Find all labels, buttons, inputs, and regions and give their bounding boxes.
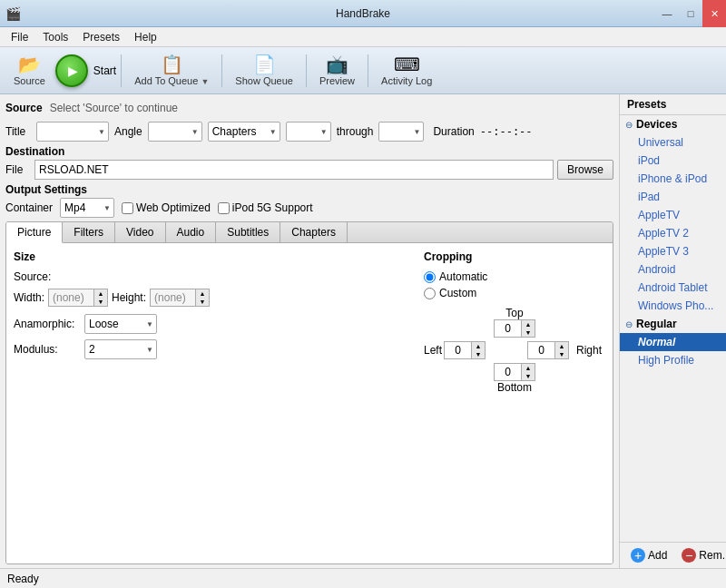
minimize-button[interactable]: —: [655, 0, 679, 27]
add-queue-dropdown-icon: ▼: [201, 77, 209, 86]
menu-presets[interactable]: Presets: [75, 29, 127, 45]
width-input[interactable]: [48, 289, 93, 307]
show-queue-button[interactable]: 📄 Show Queue: [227, 51, 301, 91]
ipod-support-checkbox-label[interactable]: iPod 5G Support: [218, 201, 313, 214]
wh-row: Width: ▲ ▼ Height: ▲: [14, 289, 406, 307]
bottom-input[interactable]: [494, 363, 521, 381]
source-section-label: Source: [5, 102, 43, 114]
add-preset-button[interactable]: + Add: [625, 546, 672, 564]
height-input[interactable]: [150, 289, 195, 307]
preview-button[interactable]: 📺 Preview: [311, 51, 363, 91]
anamorphic-combo-wrapper: Loose Off Strict Custom: [84, 314, 157, 334]
bottom-spin-up[interactable]: ▲: [522, 364, 535, 372]
preset-appletv3[interactable]: AppleTV 3: [620, 242, 726, 260]
left-spin-down[interactable]: ▼: [472, 350, 485, 358]
menu-tools[interactable]: Tools: [35, 29, 75, 45]
chapter-from-select[interactable]: [286, 122, 331, 142]
preset-appletv[interactable]: AppleTV: [620, 206, 726, 224]
remove-preset-button[interactable]: − Rem...: [676, 546, 726, 564]
width-spin-arrows: ▲ ▼: [93, 289, 108, 307]
destination-section: Destination File Browse: [5, 145, 613, 180]
web-optimized-checkbox-label[interactable]: Web Optimized: [122, 201, 211, 214]
left-label: Left: [424, 344, 442, 357]
web-optimized-checkbox[interactable]: [122, 202, 133, 214]
left-spin-up[interactable]: ▲: [472, 342, 485, 350]
right-spin-up[interactable]: ▲: [555, 342, 568, 350]
right-input[interactable]: [527, 341, 554, 359]
height-spin-up[interactable]: ▲: [196, 289, 209, 298]
tab-subtitles[interactable]: Subtitles: [216, 222, 280, 242]
preset-android[interactable]: Android: [620, 260, 726, 279]
bottom-spin-down[interactable]: ▼: [522, 372, 535, 380]
regular-collapse-icon: ⊖: [625, 319, 633, 329]
output-settings-label: Output Settings: [5, 183, 87, 196]
activity-log-button[interactable]: ⌨ Activity Log: [373, 51, 440, 91]
top-spin-up[interactable]: ▲: [522, 320, 535, 328]
presets-list: ⊖ Devices Universal iPod iPhone & iPod i…: [620, 115, 726, 542]
preset-ipod[interactable]: iPod: [620, 152, 726, 170]
tab-chapters[interactable]: Chapters: [280, 222, 348, 242]
web-optimized-label: Web Optimized: [136, 201, 211, 214]
chapters-select[interactable]: Chapters: [208, 122, 280, 142]
tab-filters[interactable]: Filters: [63, 222, 115, 242]
custom-radio-label[interactable]: Custom: [424, 287, 605, 299]
anamorphic-select[interactable]: Loose Off Strict Custom: [84, 314, 157, 334]
custom-radio[interactable]: [424, 288, 436, 299]
maximize-button[interactable]: □: [679, 0, 702, 27]
left-spin-arrows: ▲ ▼: [471, 341, 486, 359]
modulus-select[interactable]: 2 4 8 16: [84, 339, 157, 359]
source-button[interactable]: 📂 Source: [5, 51, 54, 91]
height-spin-arrows: ▲ ▼: [195, 289, 210, 307]
automatic-radio[interactable]: [424, 271, 436, 283]
tab-video[interactable]: Video: [115, 222, 165, 242]
modulus-row: Modulus: 2 4 8 16: [14, 339, 406, 359]
window-controls: — □ ✕: [655, 0, 726, 27]
cropping-section: Cropping Automatic Custom T: [424, 250, 605, 556]
width-spin-up[interactable]: ▲: [94, 289, 107, 298]
browse-button[interactable]: Browse: [557, 160, 613, 180]
preset-iphone-ipod[interactable]: iPhone & iPod: [620, 170, 726, 188]
height-spin-down[interactable]: ▼: [196, 298, 209, 306]
preset-ipad[interactable]: iPad: [620, 188, 726, 206]
automatic-radio-label[interactable]: Automatic: [424, 270, 605, 283]
title-select[interactable]: [36, 122, 109, 142]
menu-file[interactable]: File: [4, 29, 35, 45]
chapter-to-select[interactable]: [378, 122, 424, 142]
top-input[interactable]: [494, 319, 521, 338]
tab-picture[interactable]: Picture: [6, 222, 63, 243]
close-button[interactable]: ✕: [702, 0, 726, 27]
preset-high-profile[interactable]: High Profile: [620, 351, 726, 369]
devices-group-header[interactable]: ⊖ Devices: [620, 115, 726, 133]
menu-help[interactable]: Help: [127, 29, 164, 45]
ipod-support-checkbox[interactable]: [218, 202, 230, 214]
tab-audio[interactable]: Audio: [166, 222, 217, 242]
regular-group-header[interactable]: ⊖ Regular: [620, 315, 726, 333]
preset-windows-phone[interactable]: Windows Pho...: [620, 297, 726, 315]
container-label: Container: [5, 201, 53, 214]
crop-bottom-group: ▲ ▼ Bottom: [494, 363, 535, 394]
add-preset-label: Add: [648, 549, 667, 562]
separator-2: [221, 54, 222, 87]
title-label: Title: [5, 125, 31, 138]
toolbar: 📂 Source Start 📋 Add To Queue ▼ 📄 Show Q…: [0, 47, 726, 94]
container-select[interactable]: Mp4: [60, 198, 114, 218]
add-queue-button[interactable]: 📋 Add To Queue ▼: [126, 51, 217, 91]
preset-android-tablet[interactable]: Android Tablet: [620, 279, 726, 297]
top-spin-down[interactable]: ▼: [522, 328, 535, 337]
regular-group-label: Regular: [636, 318, 677, 330]
start-button[interactable]: [55, 54, 88, 87]
height-label: Height:: [112, 291, 146, 304]
preset-normal[interactable]: Normal: [620, 333, 726, 351]
preset-appletv2[interactable]: AppleTV 2: [620, 224, 726, 242]
right-spin-down[interactable]: ▼: [555, 350, 568, 358]
width-spin-down[interactable]: ▼: [94, 298, 107, 306]
source-icon: 📂: [18, 55, 41, 74]
right-spinbox: ▲ ▼: [527, 341, 569, 359]
height-spinbox: ▲ ▼: [150, 289, 210, 307]
preset-universal[interactable]: Universal: [620, 133, 726, 152]
angle-select[interactable]: [148, 122, 202, 142]
left-input[interactable]: [444, 341, 471, 359]
output-settings-section: Output Settings Container Mp4 Web Optimi…: [5, 183, 613, 218]
file-input[interactable]: [34, 160, 554, 180]
crop-left-group: Left ▲ ▼: [424, 341, 486, 359]
